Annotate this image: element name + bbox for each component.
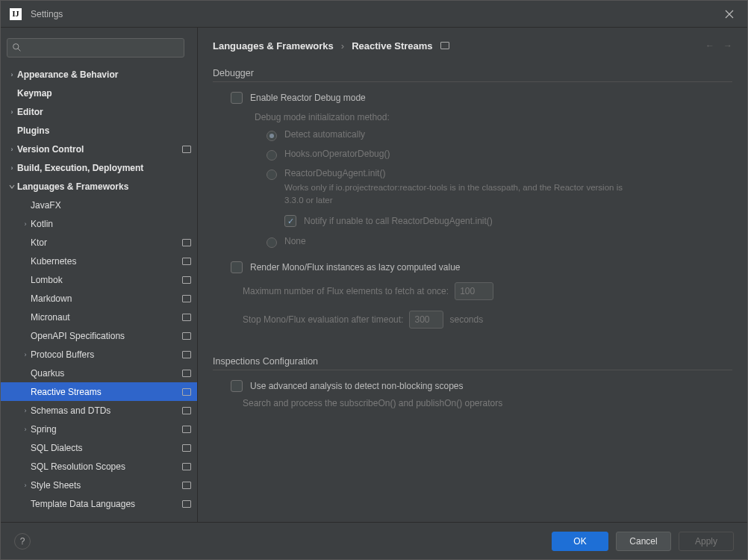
chevron-right-icon[interactable]: › (20, 351, 31, 358)
settings-tree[interactable]: ›Appearance & BehaviorKeymap›EditorPlugi… (1, 65, 197, 522)
app-icon: IJ (10, 8, 22, 20)
tree-item-label: Appearance & Behavior (17, 69, 191, 80)
tree-item[interactable]: ›Build, Execution, Deployment (1, 158, 197, 177)
project-scope-icon (182, 426, 191, 433)
tree-item[interactable]: Template Data Languages (1, 494, 197, 513)
label-timeout-unit: seconds (449, 314, 483, 325)
tree-item-label: Template Data Languages (31, 499, 178, 509)
tree-item[interactable]: ›Kotlin (1, 214, 197, 233)
helper-advanced-analysis: Search and process the subscribeOn() and… (213, 396, 732, 414)
nav-back-icon[interactable]: ← (705, 40, 714, 51)
tree-item[interactable]: SQL Dialects (1, 438, 197, 457)
tree-item[interactable]: OpenAPI Specifications (1, 326, 197, 345)
chevron-right-icon[interactable]: › (7, 108, 17, 116)
tree-item[interactable]: JavaFX (1, 196, 197, 214)
tree-item[interactable]: Kubernetes (1, 252, 197, 270)
tree-item-label: Micronaut (31, 312, 178, 323)
checkbox-enable-reactor-debug[interactable] (231, 92, 243, 104)
helper-agent: Works only if io.projectreactor:reactor-… (284, 181, 643, 206)
tree-item[interactable]: Micronaut (1, 308, 197, 326)
tree-item-label: Build, Execution, Deployment (17, 163, 191, 173)
close-icon[interactable] (720, 5, 738, 23)
nav-forward-icon[interactable]: → (723, 40, 732, 51)
tree-item[interactable]: SQL Resolution Scopes (1, 457, 197, 476)
checkbox-advanced-analysis[interactable] (231, 380, 243, 392)
tree-item-label: Quarkus (31, 368, 178, 379)
dialog-footer: ? OK Cancel Apply (1, 522, 747, 559)
tree-item[interactable]: Quarkus (1, 364, 197, 382)
project-scope-icon (182, 500, 191, 508)
project-scope-icon (440, 42, 449, 49)
chevron-down-icon[interactable] (7, 184, 17, 190)
search-icon (12, 43, 22, 53)
input-max-flux[interactable] (455, 282, 493, 300)
chevron-right-icon[interactable]: › (7, 164, 17, 172)
project-scope-icon (182, 239, 191, 246)
tree-item-label: SQL Resolution Scopes (31, 461, 178, 472)
search-input[interactable] (25, 43, 179, 53)
radio-hooks[interactable] (267, 150, 277, 161)
label-init-method: Debug mode initialization method: (213, 108, 732, 125)
tree-item[interactable]: ›Schemas and DTDs (1, 401, 197, 420)
tree-item[interactable]: ›Appearance & Behavior (1, 65, 197, 84)
chevron-right-icon[interactable]: › (20, 426, 31, 433)
apply-button[interactable]: Apply (679, 532, 734, 551)
radio-detect-auto[interactable] (267, 131, 277, 141)
tree-item[interactable]: ›Spring (1, 420, 197, 438)
svg-point-0 (13, 44, 19, 49)
chevron-right-icon: › (341, 40, 344, 52)
chevron-right-icon[interactable]: › (20, 220, 31, 228)
radio-none[interactable] (267, 237, 277, 248)
project-scope-icon (182, 332, 191, 340)
tree-item-label: Editor (17, 107, 191, 117)
chevron-right-icon[interactable]: › (7, 71, 17, 78)
project-scope-icon (182, 258, 191, 265)
tree-item-label: Plugins (17, 125, 191, 136)
chevron-right-icon[interactable]: › (7, 146, 17, 153)
tree-item-label: Protocol Buffers (31, 349, 178, 360)
tree-item[interactable]: ›Style Sheets (1, 476, 197, 494)
settings-window: IJ Settings ›Appearance & BehaviorKeymap… (0, 0, 748, 560)
tree-item[interactable]: Languages & Frameworks (1, 177, 197, 196)
project-scope-icon (182, 370, 191, 377)
label-advanced-analysis: Use advanced analysis to detect non-bloc… (250, 381, 464, 391)
tree-item-label: SQL Dialects (31, 443, 178, 453)
chevron-right-icon[interactable]: › (20, 482, 31, 489)
tree-item[interactable]: Plugins (1, 121, 197, 140)
tree-item[interactable]: Keymap (1, 84, 197, 102)
titlebar: IJ Settings (1, 1, 747, 28)
search-field[interactable] (7, 38, 184, 57)
tree-item[interactable]: ›Protocol Buffers (1, 345, 197, 364)
label-render-lazy: Render Mono/Flux instances as lazy compu… (250, 262, 460, 273)
tree-item-label: Markdown (31, 293, 178, 304)
label-none: None (284, 236, 306, 246)
tree-item-label: Version Control (17, 144, 178, 155)
tree-item[interactable]: Markdown (1, 289, 197, 308)
input-timeout[interactable] (409, 311, 443, 329)
tree-item[interactable]: Reactive Streams (1, 382, 197, 401)
project-scope-icon (182, 388, 191, 396)
project-scope-icon (182, 276, 191, 284)
cancel-button[interactable]: Cancel (616, 532, 671, 551)
tree-item[interactable]: Ktor (1, 233, 197, 252)
ok-button[interactable]: OK (552, 532, 608, 551)
checkbox-notify-agent[interactable] (284, 215, 296, 227)
project-scope-icon (182, 482, 191, 489)
tree-item[interactable]: ›Version Control (1, 140, 197, 158)
tree-item-label: Schemas and DTDs (31, 405, 178, 416)
label-notify-agent: Notify if unable to call ReactorDebugAge… (304, 216, 493, 226)
help-button[interactable]: ? (14, 533, 31, 550)
breadcrumb-seg-1: Languages & Frameworks (213, 40, 334, 52)
project-scope-icon (182, 463, 191, 470)
tree-item-label: Reactive Streams (31, 387, 178, 397)
tree-item[interactable]: Lombok (1, 270, 197, 289)
sidebar: ›Appearance & BehaviorKeymap›EditorPlugi… (1, 28, 198, 522)
tree-item-label: Languages & Frameworks (17, 181, 191, 192)
project-scope-icon (182, 314, 191, 321)
chevron-right-icon[interactable]: › (20, 407, 31, 414)
tree-item-label: Spring (31, 424, 178, 435)
radio-agent[interactable] (267, 169, 277, 180)
tree-item-label: Kubernetes (31, 256, 178, 267)
tree-item[interactable]: ›Editor (1, 102, 197, 121)
checkbox-render-lazy[interactable] (231, 261, 243, 273)
